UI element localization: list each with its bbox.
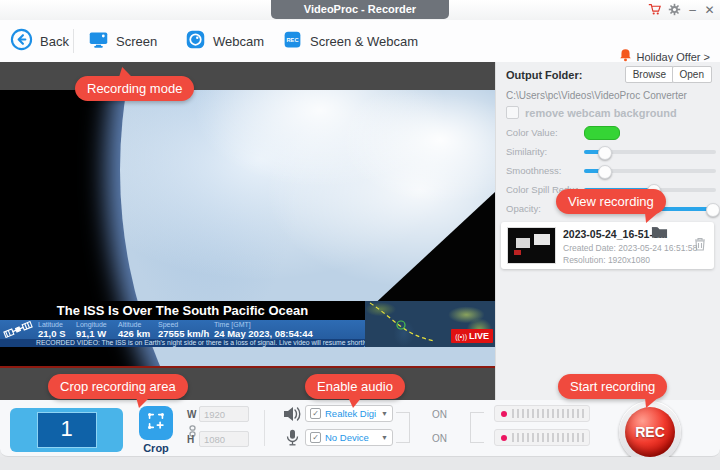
crop-button[interactable] (139, 406, 173, 440)
mode-screen-label: Screen (116, 34, 157, 49)
toolbar: Back Screen Webcam REC Screen & Webcam H… (0, 20, 720, 63)
settings-panel: Output Folder: Browse Open C:\Users\pc\V… (495, 62, 720, 400)
screen-webcam-rec-icon: REC (282, 29, 303, 53)
setting-similarity: Similarity: (506, 145, 711, 159)
recording-resolution: Resolution: 1920x1080 (563, 255, 650, 265)
recording-card[interactable]: 2023-05-24_16-51-5... Created Date: 2023… (501, 222, 714, 269)
webcam-icon (185, 29, 206, 53)
remove-webcam-bg-label: remove webcam background (525, 107, 677, 119)
mode-webcam-label: Webcam (213, 34, 264, 49)
iss-ticker: RECORDED VIDEO: The ISS is on Earth's ni… (0, 339, 365, 347)
record-button[interactable]: REC (619, 401, 681, 463)
callout-crop-area: Crop recording area (48, 374, 188, 399)
mode-screen-webcam-label: Screen & Webcam (310, 34, 418, 49)
setting-smoothness: Smoothness: (506, 164, 711, 178)
recording-thumbnail (507, 227, 556, 264)
back-icon (10, 28, 33, 54)
remove-webcam-bg-row: remove webcam background (506, 106, 677, 119)
screen-icon (88, 29, 109, 53)
chevron-down-icon: ▼ (381, 410, 388, 417)
callout-recording-mode: Recording mode (75, 76, 194, 101)
similarity-slider-thumb[interactable] (598, 146, 612, 160)
stat-latitude: Latitude21,0 S (38, 321, 65, 339)
microphone-device-select[interactable]: ✓ No Device ▼ (305, 429, 393, 446)
setting-color-value: Color Value: (506, 126, 711, 140)
microphone-state: ON (432, 433, 447, 444)
connector-bracket (470, 412, 484, 443)
crop-label: Crop (132, 442, 180, 454)
microphone-icon[interactable] (286, 429, 299, 450)
mode-webcam-button[interactable]: Webcam (185, 28, 264, 54)
preview-stage: The ISS Is Over The South Pacific Ocean … (0, 62, 495, 400)
display-number: 1 (37, 412, 97, 448)
video-preview: The ISS Is Over The South Pacific Ocean … (0, 90, 495, 368)
mode-screen-button[interactable]: Screen (88, 28, 157, 54)
color-swatch[interactable] (584, 126, 620, 140)
callout-start-recording: Start recording (558, 374, 667, 399)
microphone-enabled-checkbox[interactable]: ✓ (310, 432, 321, 443)
open-folder-icon[interactable] (651, 225, 668, 243)
browse-button[interactable]: Browse (625, 66, 674, 83)
close-icon[interactable]: ✕ (702, 3, 717, 18)
live-badge: ((•))LIVE (451, 329, 493, 343)
svg-text:REC: REC (287, 37, 299, 43)
height-label: H (187, 434, 194, 445)
gear-icon[interactable] (667, 3, 682, 18)
remove-webcam-bg-checkbox[interactable] (506, 106, 519, 119)
width-label: W (187, 409, 196, 420)
speaker-icon[interactable] (283, 406, 301, 426)
opacity-slider-thumb[interactable] (706, 203, 720, 217)
display-select-button[interactable]: 1 (10, 408, 123, 452)
meter-dot (501, 435, 507, 441)
stat-longitude: Longitude91,1 W (76, 321, 107, 339)
smoothness-slider[interactable] (584, 169, 716, 173)
title-bar: VideoProc - Recorder – ✕ (0, 0, 720, 21)
window-title: VideoProc - Recorder (271, 0, 449, 19)
output-folder-label: Output Folder: (506, 69, 582, 81)
chevron-down-icon: ▼ (381, 434, 388, 441)
ground-track-map: ((•))LIVE (365, 301, 495, 347)
stat-altitude: Altitude426 km (118, 321, 150, 339)
mode-screen-webcam-button[interactable]: REC Screen & Webcam (282, 28, 418, 54)
crop-bottom-line (0, 366, 495, 368)
bottom-control-bar: 1 Crop W H ✓ Realtek Digi... ▼ ✓ No Devi… (0, 400, 720, 457)
speaker-level-meter (494, 405, 590, 422)
record-button-label: REC (635, 424, 665, 440)
crop-icon (145, 410, 167, 436)
similarity-slider[interactable] (584, 150, 716, 154)
stat-time: Time [GMT]24 May 2023, 08:54:44 (214, 321, 313, 339)
recording-created: Created Date: 2023-05-24 16:51:58 (563, 243, 697, 253)
window-footer (0, 457, 720, 470)
meter-dot (501, 411, 507, 417)
callout-view-recording: View recording (556, 189, 666, 214)
open-button[interactable]: Open (672, 66, 712, 83)
minimize-icon[interactable]: – (685, 3, 700, 18)
iss-headline: The ISS Is Over The South Pacific Ocean (0, 301, 365, 320)
speaker-state: ON (432, 409, 447, 420)
microphone-level-meter (494, 429, 590, 446)
bottom-divider (264, 410, 265, 446)
connector-bracket (396, 412, 410, 443)
smoothness-slider-thumb[interactable] (598, 165, 612, 179)
back-label: Back (40, 34, 69, 49)
speaker-enabled-checkbox[interactable]: ✓ (310, 408, 321, 419)
height-input[interactable] (199, 431, 249, 447)
iss-stats-bar: Latitude21,0 S Longitude91,1 W Altitude4… (0, 320, 365, 339)
stat-speed: Speed27555 km/h (158, 321, 209, 339)
cart-icon[interactable] (647, 3, 662, 18)
back-button[interactable]: Back (10, 28, 69, 54)
toolbar-divider (73, 29, 74, 53)
callout-enable-audio: Enable audio (305, 374, 405, 399)
width-input[interactable] (199, 406, 249, 422)
output-path: C:\Users\pc\Videos\VideoProc Converter (506, 90, 687, 101)
